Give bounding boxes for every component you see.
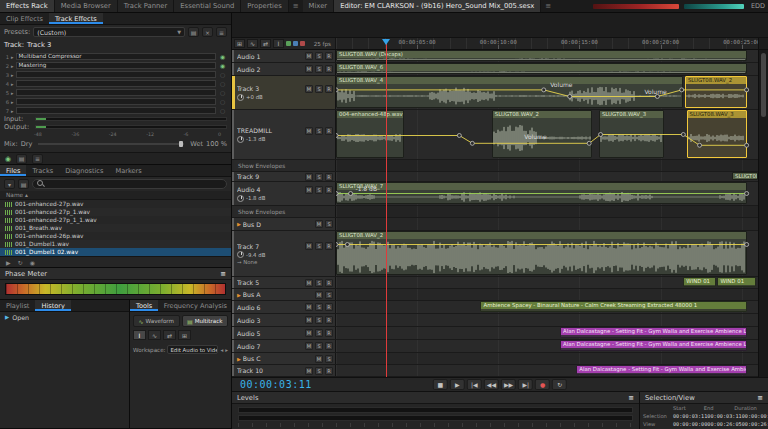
panel-menu-icon[interactable]: ≡ (289, 0, 303, 12)
files-tab-diagnostics[interactable]: Diagnostics (59, 165, 109, 176)
mix-slider[interactable] (38, 143, 184, 145)
history-tab-history[interactable]: History (35, 300, 70, 311)
slot-effect-name[interactable] (16, 89, 216, 96)
delete-preset-icon[interactable]: × (202, 27, 213, 37)
fx-slot-7[interactable]: 7▸○ (4, 106, 227, 115)
arm-button[interactable]: R (325, 85, 333, 93)
track-name[interactable]: Bus D (243, 221, 313, 228)
preset-select[interactable]: (Custom)▼ (33, 27, 185, 37)
fx-slot-6[interactable]: 6▸○ (4, 97, 227, 106)
global-arm-dot[interactable] (300, 41, 305, 46)
panel-tab-effects-rack[interactable]: Effects Rack (0, 0, 55, 12)
panel-tab-essential-sound[interactable]: Essential Sound (174, 0, 241, 12)
solo-button[interactable]: S (315, 242, 323, 250)
clip-004-enhanced-48p-wav[interactable]: 004-enhanced-48p.wav (336, 110, 404, 158)
track-lane-5[interactable]: SLUGT08.WAV_1 (336, 172, 758, 181)
clip-ambience-spacey-binaural-nature-calm-creek-streaming-extracted-48000-1[interactable]: Ambience Spacey - Binaural Nature - Calm… (480, 301, 746, 312)
editor-tool-icon-2[interactable]: ⇄ (260, 39, 271, 48)
history-tab-playlist[interactable]: Playlist (0, 300, 35, 311)
files-tab-markers[interactable]: Markers (109, 165, 147, 176)
multitrack-view-button[interactable]: ▤Multitrack (182, 315, 229, 327)
editor-panel-menu-icon[interactable]: ≡ (541, 0, 555, 12)
global-solo-dot[interactable] (293, 41, 298, 46)
track-header-audio-1-0[interactable]: Audio 1MSR (232, 50, 336, 62)
volume-knob[interactable] (237, 251, 244, 258)
phase-meter-menu-icon[interactable]: ≡ (220, 270, 226, 278)
workspace-select[interactable]: Edit Audio to Video (167, 345, 218, 354)
track-lane-1[interactable]: SLUGT08.WAV_6 (336, 63, 758, 75)
track-header-audio-4-6[interactable]: Audio 4MSR-1.8 dB (232, 182, 336, 205)
mute-button[interactable]: M (315, 220, 323, 228)
arm-button[interactable]: R (325, 65, 333, 73)
rewind-button[interactable]: ◀◀ (484, 379, 499, 390)
track-lane-0[interactable]: SLUGT08.WAV (Decaps) (336, 50, 758, 62)
fx-slot-5[interactable]: 5▸○ (4, 88, 227, 97)
file-row[interactable]: 001-enhanced-27p.wav (0, 200, 231, 208)
solo-button[interactable]: S (315, 329, 323, 337)
slot-effect-name[interactable] (16, 107, 216, 114)
track-lane-10[interactable]: WIND 01WIND 01 (336, 277, 758, 288)
track-header-track-7-9[interactable]: Track 7MSR-9.4 dB→ None (232, 231, 336, 276)
clip-slugt08-wav-1[interactable]: SLUGT08.WAV_1 (732, 172, 758, 180)
clip-slugt08-wav-7[interactable]: SLUGT08.WAV_7 (336, 182, 747, 204)
arm-button[interactable]: R (325, 342, 333, 350)
solo-button[interactable]: S (315, 52, 323, 60)
slip-tool-icon[interactable]: ⇄ (163, 330, 176, 340)
clip-wind-01[interactable]: WIND 01 (717, 277, 756, 287)
track-lane-2[interactable]: SLUGT08.WAV_4SLUGT08.WAV_2VolumeVolume (336, 76, 758, 109)
track-lane-3[interactable]: 004-enhanced-48p.wavSLUGT08.WAV_2SLUGT08… (336, 110, 758, 159)
editor-tool-icon-1[interactable]: ∿ (247, 39, 258, 48)
fx-slot-3[interactable]: 3▸○ (4, 70, 227, 79)
solo-button[interactable]: S (315, 279, 323, 287)
loop-button[interactable]: ↻ (552, 379, 567, 390)
solo-button[interactable]: S (315, 316, 323, 324)
clip-alan-dalcastagne-setting-fit-gym-walla-and-exercise-ambience-loop-extracted-48000-3[interactable]: Alan Dalcastagne - Setting Fit - Gym Wal… (576, 365, 746, 375)
fx-slot-2[interactable]: 2▸Mastering◉ (4, 61, 227, 70)
panel-tab-media-browser[interactable]: Media Browser (55, 0, 118, 12)
import-file-icon[interactable]: ▾ (4, 179, 15, 189)
editor-tool-icon-0[interactable]: ⊞ (234, 39, 245, 48)
volume-knob[interactable] (237, 136, 244, 143)
auto-play-icon[interactable]: ◉ (30, 259, 35, 266)
slot-power-toggle[interactable]: ○ (218, 80, 227, 87)
editor-tab-mixer[interactable]: Mixer (303, 0, 335, 12)
track-header-audio-7-15[interactable]: Audio 7MSR (232, 340, 336, 352)
mute-button[interactable]: M (305, 127, 313, 135)
mute-button[interactable]: M (315, 291, 323, 299)
rack-meter-icon[interactable]: ▤ (16, 154, 27, 164)
mix-slider-handle[interactable] (179, 141, 183, 147)
slot-effect-name[interactable] (16, 98, 216, 105)
clip-slugt08-wav-4[interactable]: SLUGT08.WAV_4 (336, 76, 683, 108)
arm-button[interactable]: R (325, 127, 333, 135)
slot-power-toggle[interactable]: ○ (218, 71, 227, 78)
track-name[interactable]: Audio 3 (237, 317, 303, 324)
workspace-prev-icon[interactable]: ◂ (220, 347, 223, 353)
mute-button[interactable]: M (305, 65, 313, 73)
arm-button[interactable]: R (325, 279, 333, 287)
solo-button[interactable]: S (325, 220, 333, 228)
skip-back-button[interactable]: |◀ (467, 379, 482, 390)
track-name[interactable]: Audio 6 (237, 304, 303, 311)
track-header-show-envelopes-7[interactable]: Show Envelopes (232, 206, 336, 217)
files-tab-tracks[interactable]: Tracks (26, 165, 59, 176)
fx-subtab-clip-effects[interactable]: Clip Effects (0, 13, 49, 24)
solo-button[interactable]: S (315, 85, 323, 93)
track-lane-7[interactable] (336, 206, 758, 217)
slot-effect-name[interactable] (16, 71, 216, 78)
track-lane-15[interactable]: Alan Dalcastagne - Setting Fit - Gym Wal… (336, 340, 758, 352)
track-name[interactable]: Track 7 (237, 243, 303, 250)
file-row[interactable]: 001-enhanced-26p.wav (0, 232, 231, 240)
arm-button[interactable]: R (325, 367, 333, 375)
mute-button[interactable]: M (305, 242, 313, 250)
panel-tab-track-panner[interactable]: Track Panner (118, 0, 175, 12)
fast-forward-button[interactable]: ▶▶ (501, 379, 516, 390)
track-header-audio-5-14[interactable]: Audio 5MSR (232, 327, 336, 339)
solo-button[interactable]: S (325, 291, 333, 299)
vertical-scrollbar[interactable] (758, 50, 768, 377)
arm-button[interactable]: R (325, 303, 333, 311)
show-envelopes-label[interactable]: Show Envelopes (232, 163, 335, 169)
tools-tab-frequency-analysis[interactable]: Frequency Analysis (158, 300, 231, 311)
levels-menu-icon[interactable]: ≡ (628, 394, 634, 402)
solo-button[interactable]: S (325, 355, 333, 363)
razor-tool-icon[interactable]: ∿ (148, 330, 161, 340)
